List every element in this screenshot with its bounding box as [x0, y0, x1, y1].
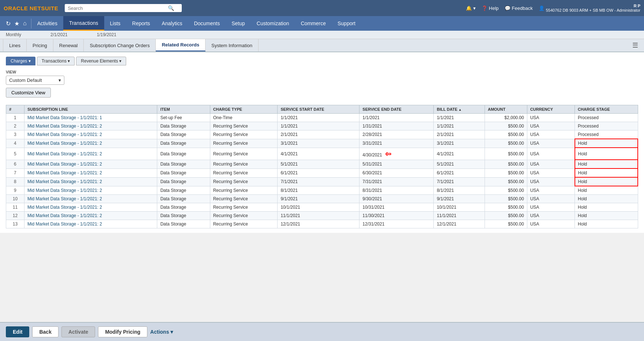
subscription-line-link[interactable]: Mid Market Data Storage - 1/1/2021: 2 — [27, 124, 102, 129]
bill-date-cell: 2/1/2021 — [434, 130, 485, 139]
subscription-line-link[interactable]: Mid Market Data Storage - 1/1/2021: 2 — [27, 162, 102, 167]
charge-type-cell: Recurring Service — [210, 220, 278, 228]
col-header-currency[interactable]: CURRENCY — [527, 105, 575, 114]
table-row: 2 Mid Market Data Storage - 1/1/2021: 2 … — [6, 122, 638, 130]
nav-item-support[interactable]: Support — [332, 16, 361, 31]
subscription-line-link[interactable]: Mid Market Data Storage - 1/1/2021: 2 — [27, 170, 102, 175]
nav-item-documents[interactable]: Documents — [188, 16, 226, 31]
subscription-line-link[interactable]: Mid Market Data Storage - 1/1/2021: 1 — [27, 115, 102, 120]
charge-stage-cell: Processed — [575, 114, 638, 122]
row-num: 10 — [6, 195, 25, 203]
subscription-line-link[interactable]: Mid Market Data Storage - 1/1/2021: 2 — [27, 141, 102, 146]
sub-tab-pricing[interactable]: Pricing — [27, 39, 53, 52]
tab-menu-icon[interactable]: ☰ — [629, 41, 641, 49]
col-header-charge-type[interactable]: CHARGE TYPE — [210, 105, 278, 114]
col-header-bill-date[interactable]: BILL DATE — [434, 105, 485, 114]
subscription-line-link[interactable]: Mid Market Data Storage - 1/1/2021: 2 — [27, 179, 102, 184]
bill-date-cell: 8/1/2021 — [434, 186, 485, 195]
nav-item-transactions[interactable]: Transactions — [63, 16, 104, 31]
subscription-line-cell: Mid Market Data Storage - 1/1/2021: 2 — [24, 186, 157, 195]
subscription-line-link[interactable]: Mid Market Data Storage - 1/1/2021: 2 — [27, 205, 102, 210]
sub-tab-subscription-change-orders[interactable]: Subscription Change Orders — [84, 39, 156, 52]
currency-cell: USA — [527, 160, 575, 168]
currency-cell: USA — [527, 122, 575, 130]
col-header-subscription-line[interactable]: SUBSCRIPTION LINE — [24, 105, 157, 114]
record-tab-transactions[interactable]: Transactions ▾ — [37, 57, 75, 65]
nav-item-activities[interactable]: Activities — [31, 16, 63, 31]
row-num: 7 — [6, 168, 25, 177]
nav-item-lists[interactable]: Lists — [104, 16, 127, 31]
charge-type-cell: One-Time — [210, 114, 278, 122]
view-select-dropdown[interactable]: Custom Default ▾ — [6, 76, 64, 85]
col-header-item[interactable]: ITEM — [157, 105, 210, 114]
service-end-cell: 4/30/2021⇦ — [359, 148, 434, 160]
user-details: 5540762 DB 9003 ARM + SB MB OW - Adminis… — [546, 8, 640, 12]
charge-type-cell: Recurring Service — [210, 130, 278, 139]
bill-date-cell: 11/1/2021 — [434, 212, 485, 220]
item-cell: Set-up Fee — [157, 114, 210, 122]
item-cell: Data Storage — [157, 168, 210, 177]
service-end-cell: 8/31/2021 — [359, 186, 434, 195]
subscription-line-link[interactable]: Mid Market Data Storage - 1/1/2021: 2 — [27, 188, 102, 193]
frequency-value: Monthly — [6, 32, 21, 37]
subscription-line-link[interactable]: Mid Market Data Storage - 1/1/2021: 2 — [27, 221, 102, 227]
sub-tab-lines[interactable]: Lines — [3, 39, 27, 52]
col-header-service-start-date[interactable]: SERVICE START DATE — [278, 105, 359, 114]
record-tabs: Charges ▾ Transactions ▾ Revenue Element… — [6, 57, 638, 65]
nav-item-commerce[interactable]: Commerce — [295, 16, 332, 31]
feedback-icon: 💬 — [505, 5, 511, 11]
charge-type-cell: Recurring Service — [210, 203, 278, 212]
col-header-service-end-date[interactable]: SERVICE END DATE — [359, 105, 434, 114]
table-row: 5 Mid Market Data Storage - 1/1/2021: 2 … — [6, 148, 638, 160]
table-row: 8 Mid Market Data Storage - 1/1/2021: 2 … — [6, 177, 638, 186]
currency-cell: USA — [527, 177, 575, 186]
amount-cell: $500.00 — [485, 186, 527, 195]
user-item[interactable]: 👤 R P 5540762 DB 9003 ARM + SB MB OW - A… — [539, 4, 640, 12]
help-item[interactable]: ❓ Help — [482, 5, 499, 11]
col-header-charge-stage[interactable]: CHARGE STAGE — [575, 105, 638, 114]
col-header-amount[interactable]: AMOUNT — [485, 105, 527, 114]
row-num: 1 — [6, 114, 25, 122]
amount-cell: $500.00 — [485, 160, 527, 168]
star-icon[interactable]: ★ — [13, 19, 21, 29]
nav-item-reports[interactable]: Reports — [126, 16, 156, 31]
subscription-line-cell: Mid Market Data Storage - 1/1/2021: 2 — [24, 195, 157, 203]
notifications-item[interactable]: 🔔 ▾ — [466, 5, 476, 11]
record-tab-revenue-elements[interactable]: Revenue Elements ▾ — [76, 57, 126, 65]
item-cell: Data Storage — [157, 220, 210, 228]
search-bar[interactable]: 🔍 — [65, 4, 182, 12]
back-nav-icon[interactable]: ↻ — [4, 19, 12, 29]
sub-tab-related-records[interactable]: Related Records — [156, 39, 206, 52]
currency-cell: USA — [527, 139, 575, 148]
charges-table: # SUBSCRIPTION LINE ITEM CHARGE TYPE SER… — [6, 105, 638, 228]
sub-tab-renewal[interactable]: Renewal — [53, 39, 84, 52]
feedback-item[interactable]: 💬 Feedback — [505, 5, 533, 11]
subscription-line-link[interactable]: Mid Market Data Storage - 1/1/2021: 2 — [27, 151, 102, 156]
nav-quick-icons: ↻ ★ ⌂ — [1, 19, 31, 29]
record-tab-charges[interactable]: Charges ▾ — [6, 57, 35, 65]
currency-cell: USA — [527, 130, 575, 139]
nav-item-analytics[interactable]: Analytics — [156, 16, 188, 31]
bill-date-cell: 3/1/2021 — [434, 139, 485, 148]
subscription-line-link[interactable]: Mid Market Data Storage - 1/1/2021: 2 — [27, 132, 102, 137]
subscription-line-cell: Mid Market Data Storage - 1/1/2021: 2 — [24, 203, 157, 212]
charges-table-container: # SUBSCRIPTION LINE ITEM CHARGE TYPE SER… — [6, 102, 638, 228]
charge-type-cell: Recurring Service — [210, 160, 278, 168]
charge-type-cell: Recurring Service — [210, 148, 278, 160]
customize-view-button[interactable]: Customize View — [6, 88, 51, 98]
item-cell: Data Storage — [157, 203, 210, 212]
home-icon[interactable]: ⌂ — [22, 19, 28, 28]
user-info: R P 5540762 DB 9003 ARM + SB MB OW - Adm… — [546, 4, 640, 12]
service-end-cell: 1/31/2021 — [359, 122, 434, 130]
bill-date-cell: 4/1/2021 — [434, 148, 485, 160]
subscription-line-link[interactable]: Mid Market Data Storage - 1/1/2021: 2 — [27, 196, 102, 201]
subscription-line-link[interactable]: Mid Market Data Storage - 1/1/2021: 2 — [27, 213, 102, 218]
sub-tab-system-information[interactable]: System Information — [206, 39, 259, 52]
nav-item-setup[interactable]: Setup — [226, 16, 251, 31]
search-input[interactable] — [68, 5, 166, 11]
amount-cell: $500.00 — [485, 130, 527, 139]
service-start-cell: 10/1/2021 — [278, 203, 359, 212]
nav-item-customization[interactable]: Customization — [251, 16, 295, 31]
view-select-value: Custom Default — [9, 77, 42, 83]
subscription-line-cell: Mid Market Data Storage - 1/1/2021: 2 — [24, 220, 157, 228]
